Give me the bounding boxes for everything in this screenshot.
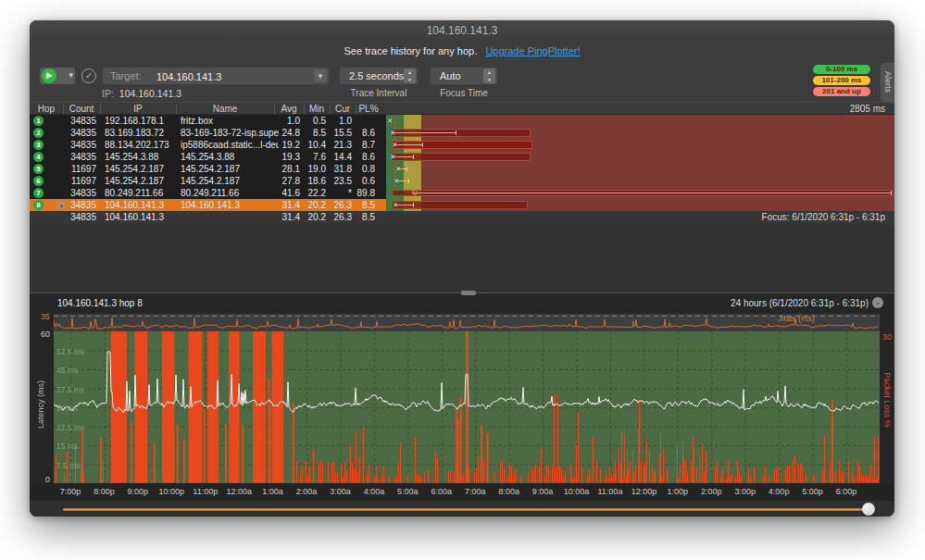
cell-pl: 8.7 (356, 139, 375, 151)
trace-interval-label: Trace Interval (339, 88, 419, 98)
time-axis: 7:00p8:00p9:00p10:00p11:00p12:00a1:00a2:… (30, 483, 894, 501)
cell-ip: 192.168.178.1 (100, 115, 181, 127)
alerts-tab[interactable]: Alerts (881, 63, 894, 102)
row-data: 23483583.169.183.7283-169-183-72-isp.sup… (30, 127, 386, 139)
cell-avg: 31.4 (274, 199, 300, 211)
legend-pill-1: 101-200 ms (813, 76, 870, 85)
confirm-target-button[interactable]: ✓ (81, 68, 96, 83)
latency-range-whisker (394, 144, 423, 145)
cell-ip: 145.254.2.187 (100, 175, 181, 187)
focus-time-select[interactable]: Auto ▲▼ (430, 67, 498, 85)
toolbar: ▶ ▾ ✓ Target: ▾ 2.5 seconds ▲▼ Auto ▲▼ I… (30, 61, 894, 103)
latency-max-label: 60 (41, 330, 50, 339)
row-data: 511697145.254.2.187145.254.2.18728.119.0… (30, 163, 386, 175)
column-header-count[interactable]: Count (63, 104, 100, 114)
hop-number-badge: 8 (33, 200, 44, 210)
table-row[interactable]: 134835192.168.178.1fritz.box1.00.51.0✕ (30, 115, 894, 127)
check-icon: ✓ (85, 70, 93, 81)
cell-ip: 104.160.141.3 (100, 211, 181, 223)
time-tick-label: 2:00p (701, 487, 722, 496)
range-dropdown-icon[interactable]: ⌄ (872, 297, 883, 308)
time-tick-label: 12:00a (226, 487, 252, 496)
column-header-name[interactable]: Name (176, 104, 274, 114)
time-tick-label: 9:00a (532, 487, 554, 496)
time-tick-label: 2:00a (296, 487, 318, 496)
column-header-cur[interactable]: Cur (330, 104, 356, 114)
row-data: 73483580.249.211.6680.249.211.6641.622.2… (30, 187, 386, 199)
row-data: 33483588.134.202.173ip5886caad.static...… (30, 139, 386, 151)
time-tick-label: 10:00p (159, 487, 185, 496)
table-row[interactable]: 33483588.134.202.173ip5886caad.static...… (30, 139, 894, 151)
trace-interval-select[interactable]: 2.5 seconds ▲▼ (339, 67, 419, 85)
latency-plot[interactable]: 52.5 ms45 ms37.5 ms30 ms22.5 ms15 ms7.5 … (54, 331, 880, 483)
table-row[interactable]: 834835104.160.141.3104.160.141.331.420.2… (30, 199, 894, 211)
cell-cur: 26.3 (330, 199, 352, 211)
start-trace-button[interactable]: ▶ ▾ (39, 67, 76, 85)
cell-count: 34835 (63, 211, 96, 223)
resolved-ip: IP:104.160.141.3 (102, 88, 181, 99)
latency-marker-icon: ✕ (390, 153, 395, 162)
table-row[interactable]: 23483583.169.183.7283-169-183-72-isp.sup… (30, 127, 894, 139)
time-tick-label: 11:00p (193, 487, 218, 496)
table-row[interactable]: 511697145.254.2.187145.254.2.18728.119.0… (30, 163, 894, 175)
table-row[interactable]: 434835145.254.3.88145.254.3.8819.37.614.… (30, 151, 894, 163)
cell-count: 34835 (63, 127, 96, 139)
column-header-hop[interactable]: Hop (30, 104, 63, 114)
graph-time-range[interactable]: 24 hours (6/1/2020 6:31p - 6:31p) (731, 298, 869, 308)
hop-number-badge: 2 (33, 128, 44, 138)
time-tick-label: 11:00a (598, 487, 623, 496)
focus-time-value: Auto (440, 70, 461, 81)
hop-table: 134835192.168.178.1fritz.box1.00.51.0✕23… (30, 115, 894, 211)
upgrade-link[interactable]: Upgrade PingPlotter! (485, 45, 580, 56)
scrollbar-track[interactable] (63, 508, 865, 511)
row-data: 134835192.168.178.1fritz.box1.00.51.0 (30, 115, 386, 127)
timeout-marker-icon (412, 190, 418, 195)
column-header-ip[interactable]: IP (100, 104, 176, 114)
cell-count: 34835 (63, 151, 96, 163)
latency-range-whisker (393, 156, 414, 157)
window-title: 104.160.141.3 (30, 24, 894, 37)
cell-ip: 145.254.2.187 (100, 163, 181, 175)
jitter-max-label: 35 (41, 312, 50, 321)
play-options-chevron-icon[interactable]: ▾ (69, 70, 73, 80)
cell-avg: 19.2 (274, 139, 300, 151)
scrollbar-handle[interactable] (862, 503, 875, 516)
row-data: 611697145.254.2.187145.254.2.18727.818.6… (30, 175, 386, 187)
cell-min: 7.6 (304, 151, 326, 163)
jitter-strip (54, 314, 880, 331)
summary-row[interactable]: Focus: 6/1/2020 6:31p - 6:31p 34835104.1… (30, 211, 894, 224)
column-header-min[interactable]: Min (304, 104, 330, 114)
column-header-avg[interactable]: Avg (274, 104, 304, 114)
latency-marker-icon: ✕ (387, 117, 393, 126)
cell-count: 34835 (63, 115, 96, 127)
target-field[interactable]: Target: ▾ (102, 67, 330, 85)
table-header: 2805 ms HopCountIPNameAvgMinCurPL% (30, 102, 894, 115)
table-row[interactable]: 73483580.249.211.6680.249.211.6641.622.2… (30, 187, 894, 199)
cell-ip: 104.160.141.3 (100, 199, 181, 211)
time-tick-label: 12:00p (631, 487, 657, 496)
time-tick-label: 4:00p (769, 487, 790, 496)
play-icon[interactable]: ▶ (42, 68, 56, 83)
target-input[interactable] (155, 68, 297, 86)
time-tick-label: 6:00p (836, 487, 857, 496)
cell-name: 145.254.2.187 (176, 163, 279, 175)
time-tick-label: 5:00p (802, 487, 823, 496)
cell-name: fritz.box (176, 115, 279, 127)
cell-pl: 0.8 (356, 163, 375, 175)
time-tick-label: 8:00a (498, 487, 519, 496)
panel-resize-handle[interactable] (461, 291, 476, 295)
focus-range-label: Focus: 6/1/2020 6:31p - 6:31p (762, 211, 885, 224)
cell-cur: 14.4 (330, 151, 352, 163)
upgrade-banner: See trace history for any hop. Upgrade P… (30, 41, 894, 61)
time-tick-label: 5:00a (397, 487, 419, 496)
trace-interval-stepper-icon[interactable]: ▲▼ (404, 68, 416, 83)
latency-marker-icon: ✕ (392, 141, 397, 150)
column-header-pl[interactable]: PL% (356, 104, 381, 114)
hop-number-badge: 3 (33, 140, 44, 150)
hop-number-badge: 7 (33, 188, 44, 198)
jitter-axis-label: Jitter (ms) (778, 314, 815, 323)
latency-legend: 0-100 ms101-200 ms201 and up (813, 65, 870, 98)
target-dropdown-icon[interactable]: ▾ (314, 69, 327, 82)
focus-time-stepper-icon[interactable]: ▲▼ (483, 68, 495, 83)
table-row[interactable]: 611697145.254.2.187145.254.2.18727.818.6… (30, 175, 894, 187)
